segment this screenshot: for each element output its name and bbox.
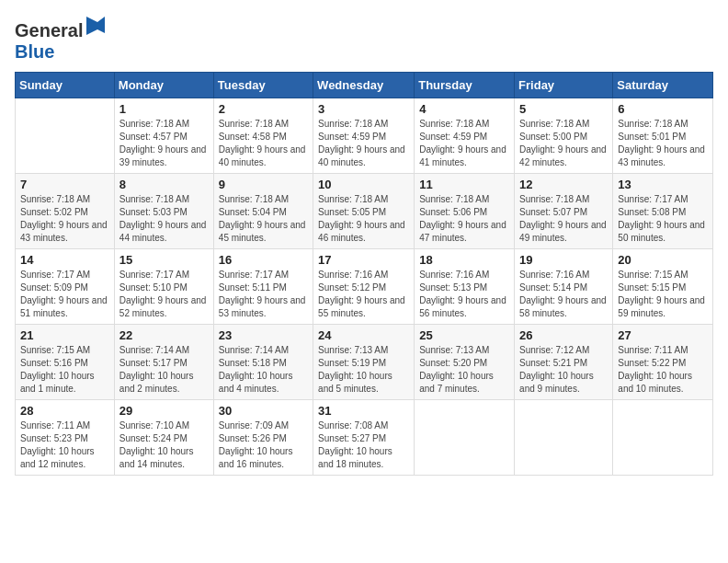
day-info: Sunrise: 7:13 AMSunset: 5:20 PMDaylight:… — [419, 344, 509, 396]
day-number: 16 — [219, 253, 308, 267]
day-info: Sunrise: 7:18 AMSunset: 4:57 PMDaylight:… — [119, 118, 209, 169]
day-number: 28 — [20, 404, 109, 418]
day-number: 21 — [20, 328, 109, 342]
day-number: 13 — [618, 178, 708, 191]
calendar-cell: 2Sunrise: 7:18 AMSunset: 4:58 PMDaylight… — [213, 98, 313, 174]
calendar-cell: 3Sunrise: 7:18 AMSunset: 4:59 PMDaylight… — [313, 98, 415, 174]
calendar-week-row: 21Sunrise: 7:15 AMSunset: 5:16 PMDayligh… — [16, 325, 713, 400]
day-number: 9 — [219, 178, 308, 191]
day-info: Sunrise: 7:14 AMSunset: 5:18 PMDaylight:… — [219, 344, 308, 396]
calendar-week-row: 28Sunrise: 7:11 AMSunset: 5:23 PMDayligh… — [16, 400, 713, 476]
calendar-cell: 23Sunrise: 7:14 AMSunset: 5:18 PMDayligh… — [213, 325, 313, 400]
calendar-cell: 7Sunrise: 7:18 AMSunset: 5:02 PMDaylight… — [16, 174, 115, 249]
calendar-cell: 9Sunrise: 7:18 AMSunset: 5:04 PMDaylight… — [213, 174, 313, 249]
day-number: 31 — [318, 404, 409, 418]
calendar-cell: 10Sunrise: 7:18 AMSunset: 5:05 PMDayligh… — [313, 174, 415, 249]
col-header-wednesday: Wednesday — [313, 73, 415, 98]
col-header-sunday: Sunday — [16, 73, 115, 98]
day-number: 30 — [219, 404, 308, 418]
day-info: Sunrise: 7:18 AMSunset: 4:58 PMDaylight:… — [219, 118, 308, 169]
calendar-cell: 24Sunrise: 7:13 AMSunset: 5:19 PMDayligh… — [313, 325, 415, 400]
calendar-cell: 4Sunrise: 7:18 AMSunset: 4:59 PMDaylight… — [415, 98, 515, 174]
day-info: Sunrise: 7:15 AMSunset: 5:16 PMDaylight:… — [20, 344, 109, 396]
day-info: Sunrise: 7:18 AMSunset: 5:07 PMDaylight:… — [519, 193, 608, 245]
day-info: Sunrise: 7:16 AMSunset: 5:14 PMDaylight:… — [519, 269, 608, 320]
logo: General Blue — [15, 15, 107, 63]
day-number: 23 — [219, 328, 308, 342]
logo-text: General Blue — [15, 15, 107, 63]
day-number: 8 — [119, 178, 209, 191]
day-number: 11 — [419, 178, 509, 191]
day-info: Sunrise: 7:11 AMSunset: 5:22 PMDaylight:… — [618, 344, 708, 396]
calendar-cell: 20Sunrise: 7:15 AMSunset: 5:15 PMDayligh… — [613, 249, 713, 325]
day-number: 6 — [618, 102, 708, 116]
calendar-cell — [16, 98, 115, 174]
day-number: 10 — [318, 178, 409, 191]
calendar-cell: 5Sunrise: 7:18 AMSunset: 5:00 PMDaylight… — [515, 98, 613, 174]
calendar-cell: 30Sunrise: 7:09 AMSunset: 5:26 PMDayligh… — [213, 400, 313, 476]
calendar-cell — [613, 400, 713, 476]
day-number: 22 — [119, 328, 209, 342]
calendar-cell: 26Sunrise: 7:12 AMSunset: 5:21 PMDayligh… — [515, 325, 613, 400]
day-info: Sunrise: 7:09 AMSunset: 5:26 PMDaylight:… — [219, 419, 308, 471]
day-info: Sunrise: 7:17 AMSunset: 5:08 PMDaylight:… — [618, 193, 708, 245]
day-info: Sunrise: 7:14 AMSunset: 5:17 PMDaylight:… — [119, 344, 209, 396]
calendar-cell: 18Sunrise: 7:16 AMSunset: 5:13 PMDayligh… — [415, 249, 515, 325]
day-number: 27 — [618, 328, 708, 342]
day-info: Sunrise: 7:18 AMSunset: 5:03 PMDaylight:… — [119, 193, 209, 245]
calendar-cell: 28Sunrise: 7:11 AMSunset: 5:23 PMDayligh… — [16, 400, 115, 476]
day-info: Sunrise: 7:17 AMSunset: 5:11 PMDaylight:… — [219, 269, 308, 320]
day-number: 5 — [519, 102, 608, 116]
day-info: Sunrise: 7:18 AMSunset: 4:59 PMDaylight:… — [419, 118, 509, 169]
day-info: Sunrise: 7:10 AMSunset: 5:24 PMDaylight:… — [119, 419, 209, 471]
col-header-tuesday: Tuesday — [213, 73, 313, 98]
calendar-cell: 27Sunrise: 7:11 AMSunset: 5:22 PMDayligh… — [613, 325, 713, 400]
calendar-cell: 16Sunrise: 7:17 AMSunset: 5:11 PMDayligh… — [213, 249, 313, 325]
day-number: 12 — [519, 178, 608, 191]
day-info: Sunrise: 7:15 AMSunset: 5:15 PMDaylight:… — [618, 269, 708, 320]
day-number: 29 — [119, 404, 209, 418]
day-info: Sunrise: 7:18 AMSunset: 5:04 PMDaylight:… — [219, 193, 308, 245]
day-number: 2 — [219, 102, 308, 116]
day-number: 14 — [20, 253, 109, 267]
calendar-cell: 8Sunrise: 7:18 AMSunset: 5:03 PMDaylight… — [114, 174, 213, 249]
day-number: 17 — [318, 253, 409, 267]
day-info: Sunrise: 7:08 AMSunset: 5:27 PMDaylight:… — [318, 419, 409, 471]
calendar-week-row: 14Sunrise: 7:17 AMSunset: 5:09 PMDayligh… — [16, 249, 713, 325]
calendar-cell — [415, 400, 515, 476]
calendar-cell: 22Sunrise: 7:14 AMSunset: 5:17 PMDayligh… — [114, 325, 213, 400]
day-number: 18 — [419, 253, 509, 267]
calendar-cell: 14Sunrise: 7:17 AMSunset: 5:09 PMDayligh… — [16, 249, 115, 325]
calendar-cell: 19Sunrise: 7:16 AMSunset: 5:14 PMDayligh… — [515, 249, 613, 325]
day-number: 20 — [618, 253, 708, 267]
col-header-thursday: Thursday — [415, 73, 515, 98]
day-number: 25 — [419, 328, 509, 342]
calendar-cell: 12Sunrise: 7:18 AMSunset: 5:07 PMDayligh… — [515, 174, 613, 249]
day-info: Sunrise: 7:16 AMSunset: 5:13 PMDaylight:… — [419, 269, 509, 320]
calendar-cell: 21Sunrise: 7:15 AMSunset: 5:16 PMDayligh… — [16, 325, 115, 400]
day-info: Sunrise: 7:12 AMSunset: 5:21 PMDaylight:… — [519, 344, 608, 396]
day-info: Sunrise: 7:18 AMSunset: 5:02 PMDaylight:… — [20, 193, 109, 245]
calendar-cell: 11Sunrise: 7:18 AMSunset: 5:06 PMDayligh… — [415, 174, 515, 249]
calendar-cell: 31Sunrise: 7:08 AMSunset: 5:27 PMDayligh… — [313, 400, 415, 476]
day-number: 24 — [318, 328, 409, 342]
day-info: Sunrise: 7:18 AMSunset: 5:05 PMDaylight:… — [318, 193, 409, 245]
day-number: 15 — [119, 253, 209, 267]
calendar-cell: 1Sunrise: 7:18 AMSunset: 4:57 PMDaylight… — [114, 98, 213, 174]
day-info: Sunrise: 7:16 AMSunset: 5:12 PMDaylight:… — [318, 269, 409, 320]
calendar-cell: 17Sunrise: 7:16 AMSunset: 5:12 PMDayligh… — [313, 249, 415, 325]
calendar-week-row: 7Sunrise: 7:18 AMSunset: 5:02 PMDaylight… — [16, 174, 713, 249]
col-header-saturday: Saturday — [613, 73, 713, 98]
day-info: Sunrise: 7:17 AMSunset: 5:10 PMDaylight:… — [119, 269, 209, 320]
page-header: General Blue — [15, 15, 713, 63]
logo-flag-icon — [85, 15, 107, 37]
logo-general: General — [15, 20, 83, 40]
col-header-friday: Friday — [515, 73, 613, 98]
calendar-cell: 15Sunrise: 7:17 AMSunset: 5:10 PMDayligh… — [114, 249, 213, 325]
calendar-cell — [515, 400, 613, 476]
calendar-week-row: 1Sunrise: 7:18 AMSunset: 4:57 PMDaylight… — [16, 98, 713, 174]
calendar-cell: 25Sunrise: 7:13 AMSunset: 5:20 PMDayligh… — [415, 325, 515, 400]
day-info: Sunrise: 7:18 AMSunset: 4:59 PMDaylight:… — [318, 118, 409, 169]
day-info: Sunrise: 7:11 AMSunset: 5:23 PMDaylight:… — [20, 419, 109, 471]
calendar-cell: 13Sunrise: 7:17 AMSunset: 5:08 PMDayligh… — [613, 174, 713, 249]
